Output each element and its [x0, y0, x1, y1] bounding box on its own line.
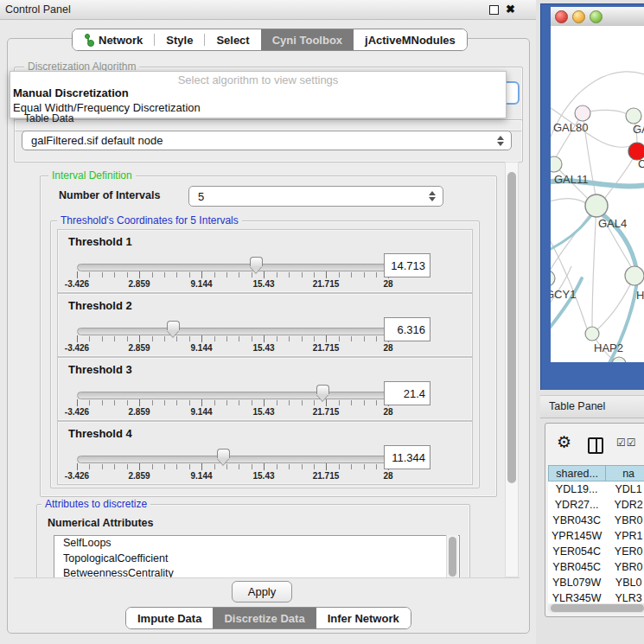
close-panel-icon[interactable]: ✖	[506, 3, 515, 16]
table-row[interactable]: YDL19...YDL1	[548, 481, 644, 497]
table-cell: YBR045C	[548, 559, 605, 575]
table-cell: YBL0	[605, 575, 644, 590]
network-canvas[interactable]: GAL80GACGAL11GAL4GCY1HHAP2	[551, 26, 644, 362]
table-column-header[interactable]: shared...	[548, 465, 605, 481]
threshold-slider-track[interactable]	[77, 328, 390, 335]
slider-scale-label: 9.144	[190, 343, 212, 353]
threshold-slider-thumb[interactable]	[316, 385, 329, 400]
tab-cyni-toolbox[interactable]: Cyni Toolbox	[261, 29, 354, 50]
tab-network[interactable]: Network	[73, 29, 154, 50]
slider-scale-label: 21.715	[313, 343, 340, 353]
table-data-combobox[interactable]: galFiltered.sif default node	[22, 131, 512, 150]
node-table[interactable]: shared...na YDL19...YDL1YDR27...YDR2YBR0…	[548, 465, 644, 603]
settings-vertical-scrollbar[interactable]	[505, 162, 519, 577]
tab-impute-data[interactable]: Impute Data	[126, 608, 213, 628]
threshold-value-field[interactable]: 21.4	[384, 381, 430, 405]
table-row[interactable]: YBL079WYBL0	[548, 575, 644, 590]
network-window-titlebar[interactable]	[551, 7, 644, 27]
numerical-attributes-list[interactable]: SelfLoopsTopologicalCoefficientBetweenne…	[54, 535, 460, 577]
network-node-label: GAL11	[554, 173, 589, 186]
table-cell: YBR043C	[548, 513, 605, 528]
threshold-slider-track[interactable]	[77, 392, 390, 399]
network-node-label: GAL4	[598, 217, 627, 230]
tab-label: Impute Data	[137, 612, 201, 625]
node-table-header[interactable]: shared...na	[548, 465, 644, 481]
threshold-panel: Threshold 4-3.4262.8599.14415.4321.71528…	[57, 421, 473, 485]
slider-major-tick	[139, 463, 140, 470]
network-node[interactable]	[551, 271, 555, 286]
threshold-value-field[interactable]: 6.316	[384, 317, 430, 341]
tab-select[interactable]: Select	[205, 29, 260, 50]
slider-major-tick	[139, 335, 140, 342]
attributes-list-scrollbar[interactable]	[446, 535, 458, 577]
table-cell: YLR3	[605, 590, 644, 603]
network-node[interactable]	[625, 266, 644, 285]
slider-scale-label: 9.144	[190, 407, 212, 417]
network-view-window[interactable]: GAL80GACGAL11GAL4GCY1HHAP2	[540, 3, 644, 390]
interval-definition-title: Interval Definition	[48, 170, 136, 182]
attribute-list-item[interactable]: SelfLoops	[54, 536, 459, 552]
minimize-window-icon[interactable]	[572, 10, 585, 23]
combo-updown-icon	[497, 136, 504, 146]
number-of-intervals-label: Number of Intervals	[59, 189, 160, 201]
tab-label: Style	[166, 34, 193, 47]
slider-scale-label: 2.859	[128, 407, 150, 417]
attribute-list-item[interactable]: BetweennessCentrality	[54, 566, 459, 577]
table-cell: YDR2	[605, 497, 644, 513]
slider-minor-ticks	[77, 336, 389, 341]
attribute-list-item[interactable]: TopologicalCoefficient	[54, 552, 459, 567]
dropdown-option[interactable]: Manual Discretization	[13, 86, 129, 99]
threshold-slider-thumb[interactable]	[217, 449, 230, 464]
network-node-label: HAP2	[594, 341, 623, 354]
table-row[interactable]: YBR045CYBR0	[548, 559, 644, 575]
table-cell: YBL079W	[548, 575, 605, 590]
apply-button[interactable]: Apply	[232, 581, 292, 603]
slider-minor-ticks	[77, 464, 389, 469]
zoom-window-icon[interactable]	[590, 10, 603, 23]
tab-jactivemnodules[interactable]: jActiveMNodules	[354, 29, 467, 50]
control-panel-titlebar: Control Panel ✖	[0, 0, 536, 20]
network-node[interactable]	[612, 357, 626, 362]
network-node[interactable]	[585, 327, 599, 341]
threshold-panel: Threshold 3-3.4262.8599.14415.4321.71528…	[57, 357, 473, 421]
screen: Control Panel ✖ NetworkStyleSelectCyni T…	[0, 0, 644, 644]
network-node[interactable]	[551, 156, 562, 172]
slider-scale-label: 28	[383, 279, 392, 289]
slider-major-tick	[201, 399, 202, 406]
threshold-slider-track[interactable]	[77, 264, 390, 271]
table-horizontal-scrollbar[interactable]	[548, 603, 644, 613]
float-panel-icon[interactable]	[489, 5, 499, 15]
table-row[interactable]: YDR27...YDR2	[548, 497, 644, 513]
table-cell: YPR1	[605, 528, 644, 544]
network-node[interactable]	[585, 194, 608, 217]
threshold-value-field[interactable]: 14.713	[384, 253, 430, 277]
algorithm-dropdown-popup: Select algorithm to view settings Manual…	[10, 71, 507, 118]
threshold-value-field[interactable]: 11.344	[384, 445, 430, 469]
threshold-slider-thumb[interactable]	[250, 257, 263, 272]
slider-scale-label: 28	[383, 343, 392, 353]
tab-discretize-data[interactable]: Discretize Data	[213, 608, 316, 628]
slider-major-tick	[77, 463, 78, 470]
cyni-bottom-tabbar: Impute DataDiscretize DataInfer Network	[125, 607, 411, 629]
tab-infer-network[interactable]: Infer Network	[316, 608, 411, 628]
slider-scale-label: 2.859	[128, 343, 150, 353]
table-row[interactable]: YLR345WYLR3	[548, 590, 644, 603]
network-node[interactable]	[575, 105, 590, 121]
tab-style[interactable]: Style	[155, 29, 204, 50]
node-table-rows[interactable]: YDL19...YDL1YDR27...YDR2YBR043CYBR0YPR14…	[548, 481, 644, 603]
number-of-intervals-spinner[interactable]: 5	[188, 186, 443, 207]
table-row[interactable]: YER054CYER0	[548, 544, 644, 559]
gear-icon[interactable]: ⚙	[557, 434, 571, 450]
table-column-header[interactable]: na	[605, 465, 644, 481]
select-columns-icons[interactable]: ☑☑	[616, 437, 637, 449]
threshold-slider-thumb[interactable]	[167, 321, 180, 336]
close-window-icon[interactable]	[555, 10, 568, 23]
slider-major-tick	[326, 463, 327, 470]
slider-scale-label: 15.43	[252, 407, 274, 417]
column-layout-icon[interactable]	[588, 437, 603, 454]
network-node[interactable]	[626, 108, 641, 124]
threshold-panel: Threshold 1-3.4262.8599.14415.4321.71528…	[57, 229, 473, 293]
table-row[interactable]: YBR043CYBR0	[548, 513, 644, 528]
threshold-slider-track[interactable]	[77, 456, 390, 463]
table-row[interactable]: YPR145WYPR1	[548, 528, 644, 544]
